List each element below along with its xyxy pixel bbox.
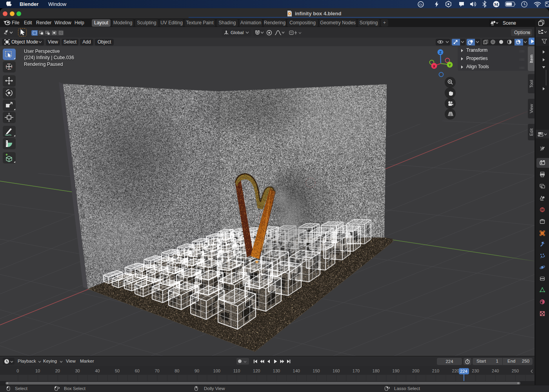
svg-text:X: X: [433, 64, 435, 68]
svg-text:Z: Z: [439, 51, 442, 54]
svg-text:Y: Y: [449, 63, 451, 67]
svg-text:Cc: Cc: [419, 3, 423, 6]
svg-text:M: M: [494, 2, 498, 7]
